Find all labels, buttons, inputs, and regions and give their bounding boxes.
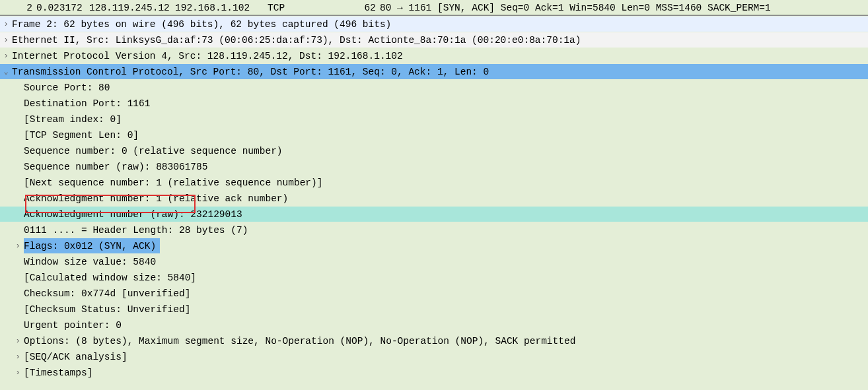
tcp-window-calc-label: [Calculated window size: 5840] <box>24 270 196 286</box>
col-time: 0.023172 <box>32 1 85 15</box>
chevron-down-icon[interactable]: ⌄ <box>0 64 12 80</box>
tcp-window-calc[interactable]: · [Calculated window size: 5840] <box>0 269 868 285</box>
chevron-right-icon[interactable]: › <box>12 349 24 365</box>
tree-tcp[interactable]: ⌄ Transmission Control Protocol, Src Por… <box>0 63 868 79</box>
col-info: 80 → 1161 [SYN, ACK] Seq=0 Ack=1 Win=584… <box>376 1 771 15</box>
packet-details-pane: › Frame 2: 62 bytes on wire (496 bits), … <box>0 15 868 380</box>
tcp-seq-raw[interactable]: · Sequence number (raw): 883061785 <box>0 158 868 174</box>
col-len: 62 <box>303 1 376 15</box>
tcp-srcport-label: Source Port: 80 <box>24 80 110 96</box>
col-proto: TCP <box>264 1 303 15</box>
col-dst: 192.168.1.102 <box>171 1 264 15</box>
tcp-urgent-label: Urgent pointer: 0 <box>24 317 122 333</box>
tcp-dstport-label: Destination Port: 1161 <box>24 96 150 112</box>
tcp-options[interactable]: › Options: (8 bytes), Maximum segment si… <box>0 333 868 348</box>
packet-list-row[interactable]: 2 0.023172 128.119.245.12 192.168.1.102 … <box>0 0 868 15</box>
tcp-next-seq-label: [Next sequence number: 1 (relative seque… <box>24 175 322 191</box>
chevron-right-icon[interactable]: › <box>12 365 24 381</box>
chevron-right-icon[interactable]: › <box>0 32 12 48</box>
chevron-right-icon[interactable]: › <box>0 16 12 32</box>
tcp-flags[interactable]: › Flags: 0x012 (SYN, ACK) <box>0 238 868 253</box>
tcp-header-len[interactable]: · 0111 .... = Header Length: 28 bytes (7… <box>0 222 868 238</box>
tree-tcp-label: Transmission Control Protocol, Src Port:… <box>12 64 489 80</box>
tcp-ack-raw[interactable]: · Acknowledgment number (raw): 232129013 <box>0 206 868 222</box>
tcp-seq-ack-analysis[interactable]: › [SEQ/ACK analysis] <box>0 348 868 364</box>
tcp-header-len-label: 0111 .... = Header Length: 28 bytes (7) <box>24 222 248 238</box>
tcp-urgent[interactable]: · Urgent pointer: 0 <box>0 317 868 333</box>
tcp-srcport[interactable]: · Source Port: 80 <box>0 79 868 95</box>
tcp-timestamps[interactable]: › [Timestamps] <box>0 364 868 380</box>
tree-ethernet-label: Ethernet II, Src: LinksysG_da:af:73 (00:… <box>12 32 581 48</box>
tcp-timestamps-label: [Timestamps] <box>24 365 92 381</box>
col-no: 2 <box>3 1 32 15</box>
tcp-ack-rel-label: Acknowledgment number: 1 (relative ack n… <box>24 191 288 207</box>
tcp-stream-index[interactable]: · [Stream index: 0] <box>0 111 868 127</box>
tcp-options-label: Options: (8 bytes), Maximum segment size… <box>24 333 575 349</box>
tcp-window-label: Window size value: 5840 <box>24 254 156 270</box>
tree-frame-label: Frame 2: 62 bytes on wire (496 bits), 62… <box>12 16 391 32</box>
tcp-ack-raw-label: Acknowledgment number (raw): 232129013 <box>24 207 242 222</box>
tree-frame[interactable]: › Frame 2: 62 bytes on wire (496 bits), … <box>0 16 868 32</box>
tcp-seg-len-label: [TCP Segment Len: 0] <box>24 127 139 143</box>
tcp-checksum-status-label: [Checksum Status: Unverified] <box>24 302 190 317</box>
tcp-checksum-label: Checksum: 0x774d [unverified] <box>24 286 190 302</box>
tcp-seg-len[interactable]: · [TCP Segment Len: 0] <box>0 127 868 143</box>
tcp-window[interactable]: · Window size value: 5840 <box>0 253 868 269</box>
tcp-next-seq[interactable]: · [Next sequence number: 1 (relative seq… <box>0 174 868 190</box>
tcp-seq-raw-label: Sequence number (raw): 883061785 <box>24 159 207 175</box>
tree-ethernet[interactable]: › Ethernet II, Src: LinksysG_da:af:73 (0… <box>0 32 868 48</box>
tcp-dstport[interactable]: · Destination Port: 1161 <box>0 95 868 111</box>
tcp-flags-label: Flags: 0x012 (SYN, ACK) <box>24 238 160 254</box>
chevron-right-icon[interactable]: › <box>12 238 24 254</box>
chevron-right-icon[interactable]: › <box>12 333 24 349</box>
tree-ip[interactable]: › Internet Protocol Version 4, Src: 128.… <box>0 48 868 63</box>
tcp-ack-rel[interactable]: · Acknowledgment number: 1 (relative ack… <box>0 190 868 206</box>
tcp-seq-rel-label: Sequence number: 0 (relative sequence nu… <box>24 143 283 159</box>
tcp-seq-ack-analysis-label: [SEQ/ACK analysis] <box>24 349 127 365</box>
tcp-checksum-status[interactable]: · [Checksum Status: Unverified] <box>0 301 868 317</box>
chevron-right-icon[interactable]: › <box>0 48 12 64</box>
tcp-seq-rel[interactable]: · Sequence number: 0 (relative sequence … <box>0 143 868 158</box>
tcp-stream-index-label: [Stream index: 0] <box>24 112 122 127</box>
col-src: 128.119.245.12 <box>85 1 171 15</box>
tree-ip-label: Internet Protocol Version 4, Src: 128.11… <box>12 48 403 64</box>
tcp-checksum[interactable]: · Checksum: 0x774d [unverified] <box>0 285 868 301</box>
